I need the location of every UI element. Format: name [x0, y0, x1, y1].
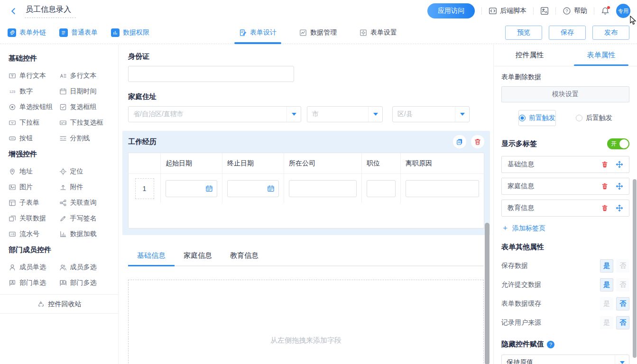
subform-work-experience[interactable]: 工作经历 起始日期终止日期所在公司职位离职原因 1	[122, 131, 490, 235]
no-button[interactable]: 否	[616, 297, 629, 310]
tab-widget-properties[interactable]: 控件属性	[494, 45, 565, 66]
svg-text:?: ?	[565, 8, 568, 13]
no-button[interactable]: 否	[616, 278, 629, 291]
widget-item-subform[interactable]: 子表单	[9, 195, 59, 210]
yes-button[interactable]: 是	[600, 316, 613, 329]
widget-item-radio[interactable]: 单选按钮组	[9, 99, 59, 115]
widget-item-button[interactable]: 按钮	[9, 130, 59, 146]
row-drag-handle[interactable]: 1	[135, 178, 154, 199]
end-date-input[interactable]	[227, 180, 279, 197]
add-tab-button[interactable]: ＋ 添加标签页	[501, 223, 629, 233]
start-date-input[interactable]	[166, 180, 217, 197]
page-title[interactable]: 员工信息录入	[25, 4, 76, 18]
move-icon[interactable]	[616, 182, 623, 190]
column-header-index	[129, 153, 161, 174]
hidden-assign-select[interactable]: 保持原值	[501, 355, 629, 364]
language-button[interactable]: A	[540, 7, 549, 15]
radio-后置触发[interactable]: 后置触发	[576, 110, 612, 126]
save-button[interactable]: 保存	[549, 26, 586, 40]
province-select[interactable]: 省/自治区/直辖市	[128, 106, 301, 122]
tab-config-item[interactable]: 教育信息	[501, 200, 629, 217]
delete-button[interactable]	[471, 135, 484, 148]
widget-item-label: 成员单选	[19, 263, 46, 272]
widget-item-serial[interactable]: 流水号	[9, 226, 59, 242]
no-button[interactable]: 否	[616, 259, 629, 273]
widget-item-divider[interactable]: 分割线	[59, 130, 110, 146]
widget-item-single-text[interactable]: 单行文本	[9, 68, 59, 83]
normal-form-button[interactable]: 普通表单	[59, 28, 98, 37]
position-input[interactable]	[367, 180, 396, 197]
form-external-link-button[interactable]: 表单外链	[8, 28, 46, 37]
data-permission-button[interactable]: 数据权限	[111, 28, 149, 37]
module-settings-button[interactable]: 模块设置	[501, 86, 629, 102]
help-question-icon[interactable]: ?	[547, 341, 554, 348]
trash-icon[interactable]	[601, 182, 609, 190]
widget-item-rel-query[interactable]: 关联查询	[59, 195, 110, 210]
canvas-tab-家庭信息[interactable]: 家庭信息	[175, 246, 221, 265]
tab-form-properties[interactable]: 表单属性	[565, 45, 637, 66]
address-icon	[9, 168, 16, 175]
widget-item-datetime[interactable]: 日期时间	[59, 83, 110, 99]
leave-reason-input[interactable]	[406, 180, 479, 197]
widget-item-member-single[interactable]: 成员单选	[9, 259, 59, 275]
widget-item-select[interactable]: 下拉框	[9, 115, 59, 130]
widget-recycle-bin[interactable]: 控件回收站	[0, 294, 118, 314]
radio-icon	[576, 115, 582, 121]
company-input[interactable]	[289, 180, 357, 197]
widget-item-data-load[interactable]: 数据加载	[59, 226, 110, 242]
widget-item-number[interactable]: 123数字	[9, 83, 59, 99]
move-icon[interactable]	[616, 161, 623, 168]
widget-item-multi-text[interactable]: 多行文本	[59, 68, 110, 83]
tab-config-item[interactable]: 基础信息	[501, 156, 629, 173]
move-icon[interactable]	[616, 204, 623, 212]
tab-config-item[interactable]: 家庭信息	[501, 178, 629, 195]
tab-form-settings[interactable]: 表单设置	[358, 22, 399, 44]
widget-item-attachment[interactable]: 附件	[59, 179, 110, 195]
app-access-button[interactable]: 应用访问	[427, 3, 475, 18]
yes-button[interactable]: 是	[600, 259, 613, 273]
divider	[481, 7, 482, 15]
yes-button[interactable]: 是	[600, 278, 613, 291]
trash-icon[interactable]	[601, 161, 609, 168]
city-select[interactable]: 市	[307, 106, 383, 122]
multi-select-icon	[59, 119, 67, 127]
district-select[interactable]: 区/县	[392, 106, 470, 122]
avatar[interactable]: 专用	[616, 4, 630, 18]
no-button[interactable]: 否	[616, 316, 629, 329]
panel-scrollbar[interactable]	[633, 179, 637, 358]
widget-item-dept-multi[interactable]: 部门多选	[59, 275, 110, 291]
drop-zone[interactable]: 从左侧拖拽来添加字段	[128, 280, 484, 364]
backend-script-button[interactable]: 后端脚本	[489, 7, 526, 15]
widget-item-checkbox[interactable]: 复选框组	[59, 99, 110, 115]
radio-前置触发[interactable]: 前置触发	[518, 110, 556, 126]
widget-item-label: 单行文本	[19, 72, 46, 80]
canvas-scrollbar[interactable]	[485, 223, 489, 364]
yes-button[interactable]: 是	[600, 297, 613, 310]
widget-item-locate[interactable]: 定位	[59, 164, 110, 179]
multi-tab-toggle[interactable]: 开	[607, 138, 629, 149]
canvas-tab-教育信息[interactable]: 教育信息	[221, 246, 268, 265]
widget-item-member-multi[interactable]: 成员多选	[59, 259, 110, 275]
id-card-input[interactable]	[128, 66, 294, 82]
widget-item-address[interactable]: 地址	[9, 164, 59, 179]
subform-header-row: 起始日期终止日期所在公司职位离职原因	[129, 153, 484, 174]
widget-item-signature[interactable]: 手写签名	[59, 210, 110, 226]
field-id-card[interactable]: 身份证	[128, 52, 484, 82]
trash-icon[interactable]	[601, 204, 609, 212]
widget-item-dept-single[interactable]: 部门单选	[9, 275, 59, 291]
tab-data-management[interactable]: 数据管理	[297, 22, 339, 44]
field-home-address[interactable]: 家庭住址 省/自治区/直辖市 市 区/县	[128, 92, 484, 122]
preview-button[interactable]: 预览	[505, 26, 542, 40]
help-button[interactable]: ? 帮助	[563, 7, 587, 15]
canvas-tab-基础信息[interactable]: 基础信息	[128, 246, 175, 265]
multi-tab-label: 显示多标签	[501, 139, 537, 148]
divider	[533, 7, 534, 15]
back-icon[interactable]	[8, 5, 19, 17]
publish-button[interactable]: 发布	[592, 26, 629, 40]
copy-button[interactable]	[453, 135, 466, 148]
widget-item-multi-select[interactable]: 下拉复选框	[59, 115, 110, 130]
widget-item-image[interactable]: 图片	[9, 179, 59, 195]
tab-form-design[interactable]: 表单设计	[237, 22, 278, 44]
widget-item-rel-data[interactable]: 关联数据	[9, 210, 59, 226]
notifications-button[interactable]	[601, 7, 609, 15]
